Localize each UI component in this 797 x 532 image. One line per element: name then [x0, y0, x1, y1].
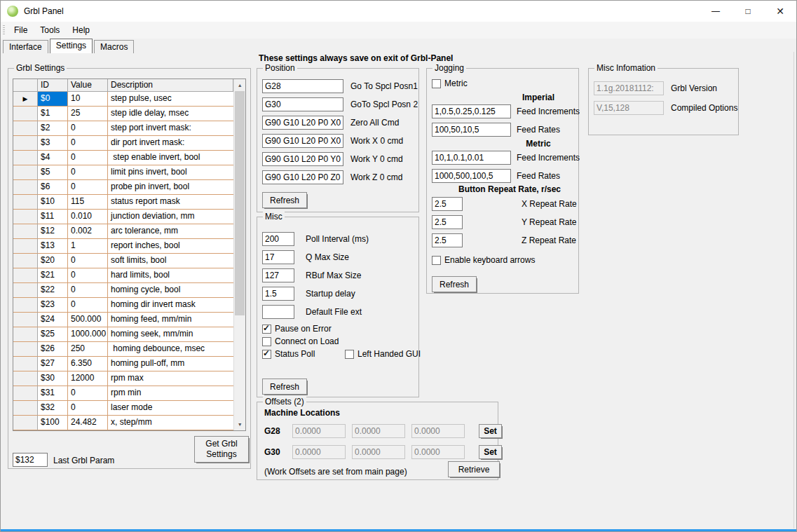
cell-id[interactable]: $4	[38, 151, 68, 165]
row-selector-cell[interactable]	[13, 298, 38, 313]
checkbox-box[interactable]	[262, 350, 271, 359]
cell-id[interactable]: $31	[38, 386, 68, 401]
repeat-rate-input[interactable]	[432, 233, 463, 247]
table-row[interactable]: $20step port invert mask:	[13, 121, 233, 136]
table-row[interactable]: $60probe pin invert, bool	[13, 180, 233, 195]
table-row[interactable]: $10024.482x, step/mm	[13, 416, 233, 430]
cell-value[interactable]: 0	[68, 268, 108, 283]
title-bar[interactable]: Grbl Panel — □ ✕	[1, 1, 796, 22]
set-button[interactable]: Set	[479, 445, 502, 459]
table-row[interactable]: $251000.000homing seek, mm/min	[13, 327, 233, 342]
cell-value[interactable]: 0	[68, 180, 108, 195]
row-selector-cell[interactable]	[13, 210, 38, 224]
cell-value[interactable]: 0	[68, 121, 108, 136]
cell-description[interactable]: limit pins invert, bool	[108, 165, 233, 180]
table-row[interactable]: $10115status report mask	[13, 195, 233, 210]
checkbox-box[interactable]	[432, 256, 441, 265]
checkbox[interactable]: Status Poll	[262, 348, 339, 360]
cell-id[interactable]: $3	[38, 136, 68, 151]
checkbox-box[interactable]	[432, 79, 441, 88]
cell-id[interactable]: $11	[38, 210, 68, 224]
cell-value[interactable]: 0	[68, 151, 108, 165]
row-selector-cell[interactable]	[13, 357, 38, 371]
cell-description[interactable]: step enable invert, bool	[108, 151, 233, 165]
table-row[interactable]: $310rpm min	[13, 386, 233, 401]
table-row[interactable]: $120.002arc tolerance, mm	[13, 224, 233, 239]
table-row[interactable]: $40 step enable invert, bool	[13, 151, 233, 165]
cell-description[interactable]: junction deviation, mm	[108, 210, 233, 224]
row-selector-cell[interactable]	[13, 107, 38, 121]
row-selector-cell[interactable]	[13, 268, 38, 283]
cell-value[interactable]: 0.010	[68, 210, 108, 224]
close-icon[interactable]: ✕	[764, 1, 796, 22]
cell-id[interactable]: $21	[38, 268, 68, 283]
cell-description[interactable]: rpm max	[108, 371, 233, 386]
cell-description[interactable]: hard limits, bool	[108, 268, 233, 283]
cell-id[interactable]: $0	[38, 92, 68, 107]
table-row[interactable]: $24500.000homing feed, mm/min	[13, 313, 233, 327]
cell-value[interactable]: 0	[68, 298, 108, 313]
cell-value[interactable]: 0	[68, 165, 108, 180]
cell-value[interactable]: 25	[68, 107, 108, 121]
cell-description[interactable]: probe pin invert, bool	[108, 180, 233, 195]
cell-description[interactable]: homing feed, mm/min	[108, 313, 233, 327]
cell-description[interactable]: homing debounce, msec	[108, 342, 233, 357]
cell-id[interactable]: $100	[38, 416, 68, 430]
table-row[interactable]: $200soft limits, bool	[13, 254, 233, 268]
menu-help[interactable]: Help	[66, 23, 96, 37]
cell-description[interactable]: homing cycle, bool	[108, 283, 233, 298]
cell-id[interactable]: $32	[38, 401, 68, 416]
cell-id[interactable]: $1	[38, 107, 68, 121]
table-row[interactable]: $220homing cycle, bool	[13, 283, 233, 298]
checkbox[interactable]: Left Handed GUI	[345, 348, 421, 360]
cell-description[interactable]: homing pull-off, mm	[108, 357, 233, 371]
cell-value[interactable]: 10	[68, 92, 108, 107]
table-row[interactable]: $276.350homing pull-off, mm	[13, 357, 233, 371]
cell-value[interactable]: 0	[68, 254, 108, 268]
cell-description[interactable]: homing seek, mm/min	[108, 327, 233, 342]
cell-value[interactable]: 24.482	[68, 416, 108, 430]
cell-description[interactable]: step pulse, usec	[108, 92, 233, 107]
cell-id[interactable]: $12	[38, 224, 68, 239]
checkbox-box[interactable]	[262, 325, 271, 334]
row-selector-cell[interactable]	[13, 151, 38, 165]
cell-value[interactable]: 1	[68, 239, 108, 254]
cell-description[interactable]: homing dir invert mask	[108, 298, 233, 313]
table-row[interactable]: $30dir port invert mask:	[13, 136, 233, 151]
metric-feed-input[interactable]	[432, 169, 511, 183]
row-selector-cell[interactable]	[13, 165, 38, 180]
table-row[interactable]: $131report inches, bool	[13, 239, 233, 254]
row-selector-cell[interactable]	[13, 121, 38, 136]
row-selector-cell[interactable]	[13, 180, 38, 195]
checkbox-box[interactable]	[345, 350, 354, 359]
cell-id[interactable]: $23	[38, 298, 68, 313]
position-cmd-input[interactable]	[262, 170, 343, 184]
maximize-icon[interactable]: □	[732, 1, 764, 22]
scroll-thumb[interactable]	[235, 91, 245, 315]
checkbox[interactable]: Metric	[432, 77, 468, 90]
header-value[interactable]: Value	[68, 79, 108, 92]
table-row[interactable]: $26250 homing debounce, msec	[13, 342, 233, 357]
cell-id[interactable]: $2	[38, 121, 68, 136]
tab-interface[interactable]: Interface	[3, 40, 48, 53]
cell-id[interactable]: $5	[38, 165, 68, 180]
cell-value[interactable]: 12000	[68, 371, 108, 386]
cell-value[interactable]: 0	[68, 283, 108, 298]
menu-file[interactable]: File	[8, 23, 34, 37]
misc-refresh-button[interactable]: Refresh	[262, 378, 307, 395]
row-selector-cell[interactable]	[13, 195, 38, 210]
header-id[interactable]: ID	[38, 79, 68, 92]
retrieve-button[interactable]: Retrieve	[448, 461, 500, 477]
cell-id[interactable]: $25	[38, 327, 68, 342]
metric-checkbox[interactable]: Metric	[432, 77, 468, 90]
cell-value[interactable]: 6.350	[68, 357, 108, 371]
row-selector-cell[interactable]	[13, 401, 38, 416]
misc-setting-input[interactable]	[262, 305, 294, 319]
cell-id[interactable]: $20	[38, 254, 68, 268]
table-row[interactable]: $230homing dir invert mask	[13, 298, 233, 313]
cell-value[interactable]: 0.002	[68, 224, 108, 239]
position-refresh-button[interactable]: Refresh	[262, 192, 307, 208]
row-selector-cell[interactable]	[13, 327, 38, 342]
position-cmd-input[interactable]	[262, 116, 343, 130]
cell-id[interactable]: $6	[38, 180, 68, 195]
